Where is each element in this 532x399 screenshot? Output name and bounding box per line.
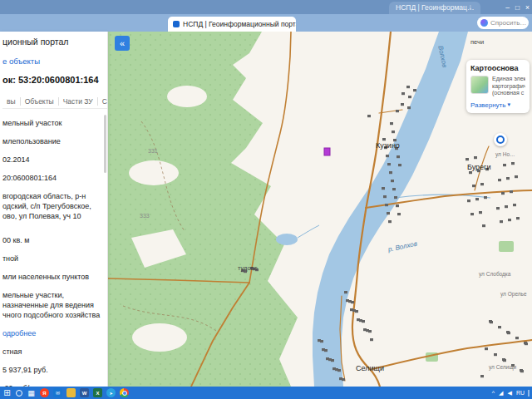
permitted-use-line-3: чного подсобного хозяйства <box>2 311 107 319</box>
pond <box>276 234 298 245</box>
map-locate-button[interactable] <box>494 133 507 146</box>
volume-icon[interactable]: ◀ <box>507 390 511 397</box>
mail-icon[interactable] <box>53 388 62 397</box>
search-icon[interactable] <box>16 390 22 397</box>
taskbar-tray: ^◢◀RU <box>492 390 530 397</box>
basemap-expand-link[interactable]: Развернуть ▾ <box>470 101 525 109</box>
basemap-card-title: Картооснова <box>470 64 525 72</box>
network-icon[interactable]: ◢ <box>499 390 503 397</box>
yandex-browser-icon[interactable] <box>40 388 49 397</box>
taskbar-app-icons <box>2 388 129 397</box>
panel-scrollbar[interactable] <box>104 115 106 173</box>
geoportal-page: ционный портал е объекты ок: 53:20:06008… <box>0 32 532 387</box>
object-info-panel: ционный портал е объекты ок: 53:20:06008… <box>0 32 108 387</box>
tab-strip: НСПД | Геоинформационный портал Спросить… <box>0 14 532 32</box>
address-line-2: одский, с/п Трегубовское, <box>2 202 107 210</box>
task-view-icon[interactable] <box>27 388 36 397</box>
search-placeholder: Спросить… <box>490 19 526 27</box>
registration-date: 02.2014 <box>2 155 107 164</box>
active-tab[interactable]: НСПД | Геоинформационный портал <box>168 17 296 32</box>
area-value: 00 кв. м <box>2 236 107 244</box>
basemap-thumbnail[interactable] <box>470 76 489 94</box>
basemap-description: Единая элек картографич (основная с <box>492 76 525 97</box>
browser-window: НСПД | Геоинформац… ↓ – □ × НСПД | Геоин… <box>0 0 532 399</box>
back-to-objects-link[interactable]: е объекты <box>2 57 107 66</box>
chrome-icon[interactable] <box>120 388 129 397</box>
ownership-value: стная <box>2 347 107 356</box>
maximize-button[interactable]: □ <box>515 3 520 12</box>
basemap-desc-line: (основная с <box>492 90 525 97</box>
browser-search-pill[interactable]: Спросить… <box>477 17 529 29</box>
basemap-card: Картооснова Единая элек картографич (осн… <box>466 60 530 113</box>
download-icon[interactable]: ↓ <box>469 0 473 14</box>
cadastral-number: 20:0600801:164 <box>2 174 107 182</box>
map-canvas[interactable]: КузиноБурегиСелищиВолховр. Волховпечи331… <box>108 32 532 387</box>
land-category-value: мли населенных пунктов <box>2 273 107 281</box>
selected-parcel-marker[interactable] <box>324 148 330 155</box>
expand-link-label: Развернуть <box>470 101 505 109</box>
minimize-button[interactable]: – <box>505 3 510 12</box>
parcel-fields: мельный участок млепользование 02.2014 2… <box>2 119 107 387</box>
land-use-value: млепользование <box>2 137 107 145</box>
panel-collapse-button[interactable]: « <box>115 36 130 51</box>
tab-favicon-icon <box>173 21 180 27</box>
excel-icon[interactable] <box>93 388 102 397</box>
basemap-desc-line: картографич <box>492 83 525 91</box>
lang-ru-icon[interactable]: RU <box>516 390 525 396</box>
active-tab-title: НСПД | Геоинформационный портал <box>183 20 296 28</box>
parcel-title: ок: 53:20:0600801:164 <box>2 75 107 85</box>
window-title-bar: НСПД | Геоинформац… ↓ – □ × <box>0 0 532 14</box>
tab-objects[interactable]: Объекты <box>21 97 59 106</box>
close-button[interactable]: × <box>525 3 530 12</box>
panel-tabs: вы Объекты Части ЗУ Состав › <box>2 95 107 109</box>
folder-icon[interactable] <box>66 388 76 397</box>
accuracy-value: тной <box>2 254 107 263</box>
chevron-up-icon[interactable]: ^ <box>492 390 495 396</box>
object-type-value: мельный участок <box>2 119 107 127</box>
permitted-use-line-2: назначенные для ведения <box>2 301 107 309</box>
background-tab[interactable]: НСПД | Геоинформац… <box>389 2 480 14</box>
start-icon[interactable] <box>2 388 12 397</box>
permitted-use-line-1: мельные участки, <box>2 291 107 299</box>
details-link[interactable]: одробнее <box>2 329 107 337</box>
word-icon[interactable] <box>80 388 89 397</box>
telegram-icon[interactable] <box>106 388 116 397</box>
chevron-down-icon: ▾ <box>507 101 510 108</box>
windows-taskbar: ^◢◀RU <box>0 387 532 399</box>
tab-parcel-parts[interactable]: Части ЗУ <box>59 97 98 106</box>
address-line-1: вгородская область, р-н <box>2 192 107 200</box>
portal-header: ционный портал <box>2 32 107 47</box>
basemap-desc-line: Единая элек <box>492 76 525 83</box>
cadastral-value: 5 937,91 руб. <box>2 366 107 374</box>
address-line-3: ово, ул Полевая, уч 10 <box>2 212 107 220</box>
tab-composition[interactable]: Состав <box>98 97 108 106</box>
tab-overview[interactable]: вы <box>2 97 21 106</box>
alice-assistant-icon[interactable] <box>480 19 488 27</box>
